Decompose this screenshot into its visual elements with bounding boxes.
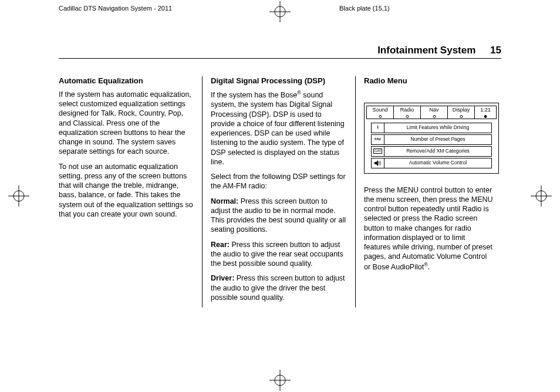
header-right: Black plate (15,1) xyxy=(339,5,390,12)
driver-label: Driver: xyxy=(211,274,234,282)
tab-sound: Sound xyxy=(366,106,394,119)
rear-label: Rear: xyxy=(211,241,230,249)
dsp-normal: Normal: Press this screen button to adju… xyxy=(211,197,347,235)
crop-mark-bottom xyxy=(269,370,291,391)
radio-menu-figure: Sound Radio Nav Display 1:21 i Limit Fea… xyxy=(364,103,499,174)
content-columns: Automatic Equalization If the system has… xyxy=(59,76,501,307)
page-number: 15 xyxy=(490,45,501,56)
col2-para-2: Select from the following DSP settings f… xyxy=(211,172,347,191)
svg-marker-12 xyxy=(375,160,378,166)
menu-row-limit-features: i Limit Features While Driving xyxy=(371,123,492,133)
tab-row: Sound Radio Nav Display 1:21 xyxy=(366,106,497,119)
tab-display: Display xyxy=(448,106,475,119)
col3-para-1: Press the MENU control button to enter t… xyxy=(364,185,493,272)
crop-mark-left xyxy=(8,185,29,207)
tab-nav: Nav xyxy=(421,106,448,119)
dot-icon xyxy=(379,115,382,118)
col1-para-1: If the system has automatic equalization… xyxy=(59,90,194,157)
menu-row-preset-pages: FAV Number of Preset Pages xyxy=(371,134,492,145)
dsp-rear: Rear: Press this screen button to adjust… xyxy=(211,240,347,269)
menu-row-avc: Automatic Volume Control xyxy=(371,158,492,168)
crop-mark-right xyxy=(531,185,552,207)
col1-heading: Automatic Equalization xyxy=(59,76,194,86)
dot-icon xyxy=(460,115,463,118)
normal-label: Normal: xyxy=(211,197,238,205)
column-3: Radio Menu Sound Radio Nav Display 1:21 … xyxy=(356,76,501,307)
section-title-text: Infotainment System xyxy=(377,45,475,56)
menu-row-xm-categories: CAT Remove/Add XM Categories xyxy=(371,146,492,157)
section-title: Infotainment System 15 xyxy=(377,45,501,56)
header-left: Cadillac DTS Navigation System - 2011 xyxy=(59,5,172,12)
col2-para-1: If the system has the Bose® sound system… xyxy=(211,90,347,167)
dot-icon xyxy=(484,115,487,118)
fav-icon: FAV xyxy=(372,135,384,144)
column-2: Digital Signal Processing (DSP) If the s… xyxy=(202,76,356,307)
col2-heading: Digital Signal Processing (DSP) xyxy=(211,76,347,86)
dot-icon xyxy=(433,115,436,118)
col3-heading: Radio Menu xyxy=(364,76,493,86)
tab-time: 1:21 xyxy=(475,106,497,119)
header-rule xyxy=(59,58,501,59)
column-1: Automatic Equalization If the system has… xyxy=(59,76,202,307)
crop-mark-top xyxy=(269,1,291,22)
dsp-driver: Driver: Press this screen button to adju… xyxy=(211,273,347,302)
tab-radio: Radio xyxy=(394,106,421,119)
dot-icon xyxy=(406,115,409,118)
col1-para-2: To not use an automatic equalization set… xyxy=(59,162,194,219)
speaker-icon xyxy=(372,158,384,168)
cat-icon: CAT xyxy=(372,147,384,156)
info-icon: i xyxy=(372,123,384,133)
